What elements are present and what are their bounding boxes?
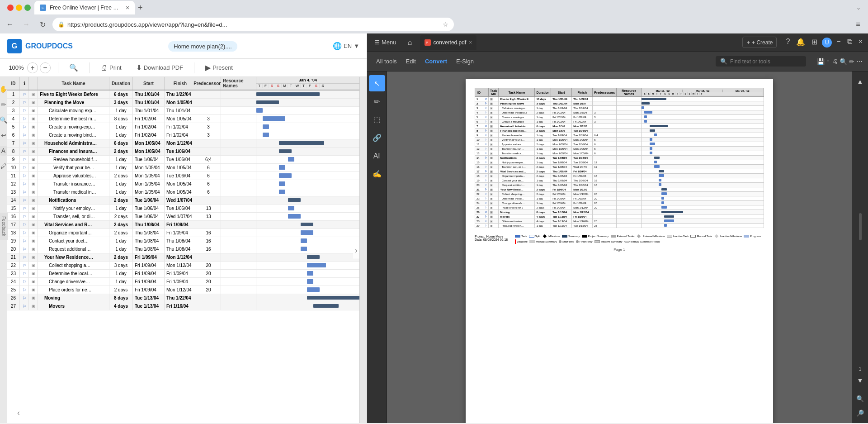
present-btn[interactable]: ▶ Present: [202, 62, 236, 74]
pdf-cell-id: 16: [475, 165, 483, 169]
pencil-icon[interactable]: ✏: [849, 58, 854, 65]
acrobat-tab-close-btn[interactable]: ×: [469, 39, 472, 46]
share-icon[interactable]: ↑: [826, 58, 830, 65]
print-icon-acrobat[interactable]: 🖨: [831, 58, 838, 65]
scroll-left-btn[interactable]: ‹: [14, 406, 24, 419]
more-tools-icon[interactable]: ⋯: [856, 58, 863, 65]
browser-tab-active[interactable]: G Free Online Viewer | Free Group... ×: [34, 1, 135, 14]
acrobat-search-box[interactable]: 🔍 Find text or tools: [716, 56, 806, 67]
cell-start: Fri 1/09/04: [133, 286, 165, 294]
save-icon[interactable]: 💾: [817, 58, 825, 65]
pdf-cell-id: 11: [475, 142, 483, 147]
acrobat-tab-pdf[interactable]: P converted.pdf ×: [420, 35, 477, 50]
pdf-cell-mode: ▣: [489, 129, 499, 133]
cell-start: Fri 1/09/04: [133, 278, 165, 286]
pdf-chart-header: Mar 11, '12 Mar 18, '12 Mar 25, '12 SSMT…: [642, 88, 764, 97]
pen-tool-btn[interactable]: ✏: [369, 93, 385, 110]
pdf-cell-dur: 1 day: [535, 196, 551, 201]
address-bar[interactable]: 🔒 https://products.groupdocs.app/viewer/…: [52, 18, 454, 31]
acrobat-menu-btn[interactable]: ☰ Menu: [371, 37, 400, 48]
print-btn[interactable]: 🖨 Print: [97, 62, 125, 74]
cell-id: 23: [7, 270, 20, 277]
pdf-cell-flag: ⚐: [483, 192, 489, 196]
acrobat-user-btn[interactable]: U: [822, 38, 832, 48]
pdf-cell-id: 24: [475, 201, 483, 205]
link-tool-btn[interactable]: 🔗: [369, 129, 385, 146]
window-close-btn[interactable]: [7, 5, 14, 11]
rsidebar-scroll-down[interactable]: ▼: [854, 374, 867, 387]
table-row: 21 ⚐ ▣ Your New Residence… 2 days Fri 1/…: [7, 253, 359, 262]
col-header-duration: Duration: [109, 77, 133, 90]
col-header-finish: Finish: [165, 77, 196, 90]
window-min-btn[interactable]: [16, 5, 22, 11]
annotation-btn[interactable]: ✏: [0, 100, 8, 110]
back-btn[interactable]: ←: [4, 18, 16, 31]
table-row: 9 ⚐ ▣ Review househo… 1 day Tue 1/09/04 …: [475, 133, 764, 138]
scroll-right-btn[interactable]: ›: [353, 242, 359, 258]
pdf-cell-dur: 8 days: [535, 210, 551, 214]
esign-btn[interactable]: E-Sign: [453, 56, 477, 67]
acrobat-close-btn[interactable]: ×: [857, 38, 864, 48]
zoom-out-btn[interactable]: −: [40, 62, 51, 73]
zoom-in-btn[interactable]: +: [27, 62, 38, 73]
gd-lang-selector[interactable]: 🌐 EN ▼: [333, 42, 359, 50]
eraser-tool-btn[interactable]: ⬚: [369, 111, 385, 128]
text-tool-btn[interactable]: A: [0, 146, 7, 156]
acrobat-help-btn[interactable]: ?: [784, 38, 792, 48]
reload-btn[interactable]: ↻: [36, 18, 49, 31]
acrobat-restore-btn[interactable]: ⧉: [845, 38, 854, 48]
convert-btn[interactable]: Convert: [421, 56, 451, 67]
day-W: W: [294, 84, 301, 88]
signature-tool-btn[interactable]: ✍: [369, 166, 385, 182]
draw-btn[interactable]: 🖊: [0, 161, 8, 171]
new-tab-btn[interactable]: +: [135, 2, 146, 13]
tab-dropdown-btn[interactable]: ⌄: [856, 5, 861, 11]
acrobat-home-btn[interactable]: ⌂: [404, 36, 416, 49]
cell-id: 11: [7, 172, 20, 180]
browser-menu-btn[interactable]: ≡: [852, 18, 864, 31]
edit-btn[interactable]: Edit: [402, 56, 420, 67]
table-row: 3 ⚐ ▣ Calculate moving e… 1 day Thu 1/01…: [475, 106, 764, 110]
cell-duration: 2 days: [109, 148, 133, 155]
text-recognize-btn[interactable]: AⅠ: [369, 148, 385, 164]
acrobat-apps-btn[interactable]: ⊞: [810, 38, 819, 48]
pdf-cell-chart: [642, 205, 764, 210]
pdf-cell-name: Request referen…: [499, 224, 535, 228]
cell-finish: Thu 1/08/04: [165, 237, 196, 245]
rsidebar-zoom-in[interactable]: 🔍: [854, 392, 867, 405]
rotate-btn[interactable]: ↩: [0, 130, 8, 140]
cell-duration: 1 day: [109, 205, 133, 212]
cell-mode: ▣: [29, 164, 38, 172]
search-btn[interactable]: 🔍: [66, 62, 82, 74]
cell-id: 7: [7, 139, 20, 147]
cell-duration: 2 days: [109, 196, 133, 204]
cell-id: 22: [7, 262, 20, 269]
feedback-tab[interactable]: Feedback: [0, 213, 8, 240]
rsidebar-scroll-up[interactable]: ▲: [854, 75, 867, 88]
zoom-icon[interactable]: 🔍: [840, 58, 847, 65]
forward-btn[interactable]: →: [20, 18, 33, 31]
tab-close-btn[interactable]: ×: [126, 4, 129, 11]
cell-finish: Mon 1/12/04: [165, 262, 196, 269]
rsidebar-zoom-out[interactable]: 🔎: [854, 407, 867, 419]
cursor-tool-btn[interactable]: ↖: [369, 75, 385, 91]
acrobat-create-btn[interactable]: + + Create: [742, 37, 777, 48]
download-btn[interactable]: ⬇ Download PDF: [132, 62, 187, 74]
legend-external-milestone: External Milestone: [636, 235, 665, 238]
rsidebar-thumb[interactable]: [859, 213, 862, 240]
bookmark-icon[interactable]: ☆: [443, 21, 448, 28]
gd-right-scrollbar[interactable]: [359, 77, 367, 423]
legend-summary: Summary: [562, 235, 580, 238]
acrobat-notification-btn[interactable]: 🔔: [794, 38, 807, 48]
all-tools-btn[interactable]: All tools: [373, 56, 401, 67]
cell-id: 13: [7, 188, 20, 196]
cell-mode: ▣: [29, 180, 38, 188]
table-row: 5 ⚐ ▣ Create a moving-e 1 day Fri 1/02/0…: [475, 115, 764, 119]
acrobat-minimize-btn[interactable]: −: [835, 38, 842, 48]
pdf-cell-start: Fri 1/09/04: [551, 196, 572, 201]
window-max-btn[interactable]: [24, 5, 31, 11]
pdf-cell-flag: ⚐: [483, 160, 489, 165]
pdf-cell-start: Tue 1/13/04: [551, 219, 572, 224]
day-T3: T: [301, 84, 307, 88]
cell-finish: Thu 1/22/04: [165, 294, 196, 302]
